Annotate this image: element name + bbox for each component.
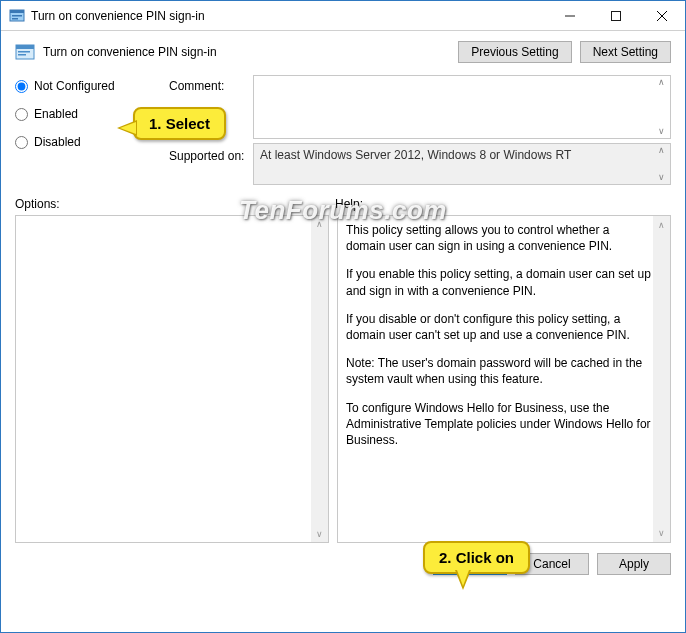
maximize-button[interactable] [593, 1, 639, 30]
radio-not-configured-input[interactable] [15, 80, 28, 93]
options-panel: ∧∨ [15, 215, 329, 543]
svg-rect-10 [18, 51, 30, 53]
help-paragraph: Note: The user's domain password will be… [346, 355, 652, 387]
callout-select-text: 1. Select [149, 115, 210, 132]
help-scrollbar[interactable]: ∧∨ [653, 216, 670, 542]
minimize-button[interactable] [547, 1, 593, 30]
apply-button[interactable]: Apply [597, 553, 671, 575]
callout-click-text: 2. Click on [439, 549, 514, 566]
help-paragraph: If you disable or don't configure this p… [346, 311, 652, 343]
supported-scrollbar[interactable]: ∧∨ [654, 146, 668, 182]
help-paragraph: This policy setting allows you to contro… [346, 222, 652, 254]
radio-disabled-input[interactable] [15, 136, 28, 149]
radio-enabled-input[interactable] [15, 108, 28, 121]
callout-select: 1. Select [133, 107, 226, 140]
window-controls [547, 1, 685, 30]
app-icon [9, 8, 25, 24]
comment-label: Comment: [169, 75, 249, 93]
policy-icon [15, 42, 35, 62]
previous-setting-button[interactable]: Previous Setting [458, 41, 571, 63]
window-title: Turn on convenience PIN sign-in [31, 9, 547, 23]
supported-on-text: At least Windows Server 2012, Windows 8 … [260, 148, 571, 162]
radio-enabled-label: Enabled [34, 107, 78, 121]
svg-rect-1 [10, 10, 24, 13]
radio-not-configured[interactable]: Not Configured [15, 79, 165, 93]
next-setting-button[interactable]: Next Setting [580, 41, 671, 63]
help-paragraph: If you enable this policy setting, a dom… [346, 266, 652, 298]
svg-rect-11 [18, 54, 26, 56]
options-scrollbar[interactable]: ∧∨ [311, 216, 328, 542]
comment-textarea[interactable]: ∧∨ [253, 75, 671, 139]
svg-rect-3 [12, 18, 18, 20]
close-button[interactable] [639, 1, 685, 30]
policy-title: Turn on convenience PIN sign-in [43, 45, 458, 59]
dialog-buttons: OK Cancel Apply [1, 543, 685, 575]
options-label: Options: [15, 197, 335, 211]
supported-on-box: At least Windows Server 2012, Windows 8 … [253, 143, 671, 185]
svg-rect-2 [12, 15, 22, 17]
comment-scrollbar[interactable]: ∧∨ [654, 78, 668, 136]
radio-disabled-label: Disabled [34, 135, 81, 149]
help-label: Help: [335, 197, 363, 211]
titlebar: Turn on convenience PIN sign-in [1, 1, 685, 31]
help-paragraph: To configure Windows Hello for Business,… [346, 400, 652, 449]
callout-click: 2. Click on [423, 541, 530, 574]
help-panel: This policy setting allows you to contro… [337, 215, 671, 543]
supported-label: Supported on: [169, 143, 249, 163]
radio-not-configured-label: Not Configured [34, 79, 115, 93]
svg-rect-9 [16, 45, 34, 49]
header-row: Turn on convenience PIN sign-in Previous… [1, 31, 685, 69]
svg-rect-5 [612, 11, 621, 20]
